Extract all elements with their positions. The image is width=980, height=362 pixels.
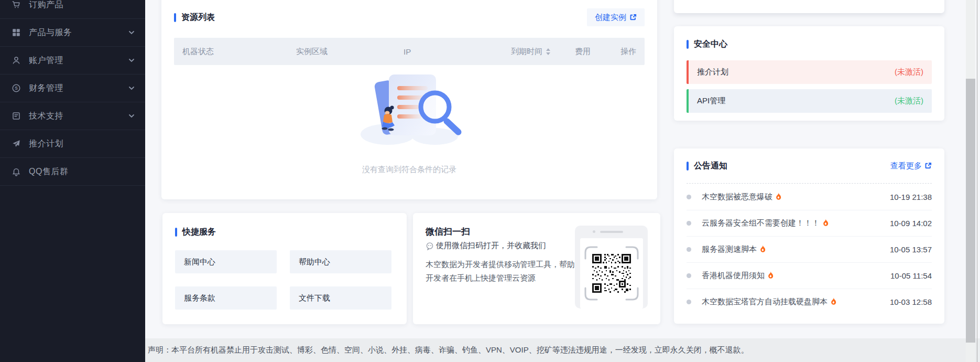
main-content: 资源列表 创建实例 机器状态 实例区域 IP 到期时间 费用 操作 — [145, 0, 980, 362]
resource-list-title-text: 资源列表 — [181, 12, 215, 23]
sidebar-item-label: 账户管理 — [29, 55, 63, 66]
column-ip: IP — [404, 47, 511, 56]
external-link-icon — [924, 162, 932, 169]
view-more-link[interactable]: 查看更多 — [890, 161, 932, 171]
wechat-card: 微信扫一扫 使用微信扫码打开，并收藏我们 木空数据为开发者提供移动管理工具，帮助… — [413, 213, 660, 324]
svg-text:S: S — [15, 86, 18, 91]
quick-service-downloads-button[interactable]: 文件下载 — [290, 286, 391, 310]
announcement-title: 服务器测速脚本 — [702, 244, 757, 254]
sidebar-item-products-services[interactable]: 产品与服务 — [0, 19, 145, 47]
send-icon — [12, 139, 21, 148]
security-item-label: API管理 — [697, 96, 725, 106]
sidebar-item-account[interactable]: 账户管理 — [0, 47, 145, 74]
announcement-title: 木空数据宝塔官方自动挂载硬盘脚本 — [702, 297, 827, 307]
bullet-dot-icon — [687, 273, 691, 278]
quick-service-help-button[interactable]: 帮助中心 — [290, 250, 391, 273]
bell-icon — [12, 167, 21, 176]
sidebar-item-label: 财务管理 — [29, 83, 63, 94]
status-badge: (未激活) — [895, 96, 923, 106]
announcement-title: 云服务器安全组不需要创建！！！ — [702, 218, 820, 228]
security-center-title-text: 安全中心 — [694, 39, 727, 50]
sidebar-item-order-product[interactable]: 订购产品 — [0, 0, 145, 19]
create-instance-label: 创建实例 — [595, 13, 626, 23]
flame-icon — [829, 297, 838, 306]
security-center-title: 安全中心 — [687, 39, 932, 50]
scrollbar-thumb[interactable] — [966, 79, 975, 343]
flame-icon — [766, 271, 775, 280]
cart-icon — [12, 0, 21, 9]
empty-state-text: 没有查询到符合条件的记录 — [362, 165, 456, 175]
announcements-title-text: 公告通知 — [694, 161, 727, 172]
phone-camera-dot — [593, 230, 595, 233]
disclaimer-footer: 声明：本平台所有机器禁止用于攻击测试、博彩、色情、空间、小说、外挂、病毒、诈骗、… — [145, 338, 980, 362]
quick-services-title: 快捷服务 — [175, 227, 394, 238]
column-expire-time: 到期时间 — [511, 47, 575, 57]
sidebar-item-qq-group[interactable]: QQ售后群 — [0, 158, 145, 186]
sidebar-item-label: 产品与服务 — [29, 27, 72, 38]
chevron-down-icon — [128, 29, 135, 36]
wechat-subtitle: 使用微信扫码打开，并收藏我们 — [436, 241, 546, 251]
announcement-date: 10-09 14:02 — [890, 219, 932, 228]
sidebar-item-referral[interactable]: 推介计划 — [0, 130, 145, 158]
announcement-row[interactable]: 服务器测速脚本 10-05 13:57 — [687, 236, 932, 262]
user-icon — [12, 56, 21, 65]
announcement-title: 木空数据被恶意爆破 — [702, 192, 772, 202]
announcement-row[interactable]: 香港机器使用须知 10-05 11:54 — [687, 262, 932, 289]
title-accent-bar — [174, 13, 176, 22]
announcement-row[interactable]: 木空数据被恶意爆破 10-19 21:38 — [687, 184, 932, 210]
flame-icon — [758, 244, 767, 253]
scrollbar[interactable] — [966, 0, 975, 362]
security-item-label: 推介计划 — [697, 67, 728, 77]
status-badge: (未激活) — [895, 67, 923, 77]
sidebar-item-finance[interactable]: S 财务管理 — [0, 74, 145, 102]
chevron-down-icon — [128, 113, 135, 119]
title-accent-bar — [175, 228, 177, 237]
quick-service-news-button[interactable]: 新闻中心 — [175, 250, 277, 273]
bullet-dot-icon — [687, 247, 691, 252]
announcement-date: 10-19 21:38 — [890, 193, 932, 201]
view-more-label: 查看更多 — [890, 161, 922, 171]
phone-illustration — [575, 226, 648, 308]
announcement-row[interactable]: 云服务器安全组不需要创建！！！ 10-09 14:02 — [687, 210, 932, 236]
sidebar-item-support[interactable]: 技术支持 — [0, 102, 145, 130]
security-center-card: 安全中心 推介计划 (未激活) API管理 (未激活) — [674, 26, 944, 121]
column-expire-time-label: 到期时间 — [511, 47, 542, 57]
column-machine-status: 机器状态 — [182, 47, 296, 57]
qr-viewfinder-brackets — [584, 246, 639, 301]
announcement-title: 香港机器使用须知 — [702, 271, 765, 281]
announcement-date: 10-05 11:54 — [890, 271, 932, 280]
sidebar-item-label: 订购产品 — [29, 0, 63, 10]
window-edge-line — [977, 0, 977, 362]
title-accent-bar — [687, 40, 689, 49]
document-icon — [12, 111, 21, 121]
announcement-date: 10-05 13:57 — [890, 245, 932, 254]
column-actions: 操作 — [620, 47, 636, 57]
announcement-row[interactable]: 木空数据宝塔官方自动挂载硬盘脚本 10-03 12:58 — [687, 289, 932, 315]
wechat-description: 木空数据为开发者提供移动管理工具，帮助开发者在手机上快捷管理云资源 — [426, 258, 575, 285]
resource-table-header: 机器状态 实例区域 IP 到期时间 费用 操作 — [174, 38, 645, 65]
quick-service-terms-button[interactable]: 服务条款 — [175, 286, 277, 310]
app-root: 订购产品 产品与服务 账户管理 — [0, 0, 980, 362]
chat-smiley-icon — [426, 242, 434, 250]
sidebar-item-label: 技术支持 — [29, 111, 63, 122]
create-instance-button[interactable]: 创建实例 — [587, 8, 645, 26]
chevron-down-icon — [128, 85, 135, 91]
security-item-api[interactable]: API管理 (未激活) — [687, 89, 932, 113]
flame-icon — [774, 192, 783, 201]
announcements-card: 公告通知 查看更多 木空数据被恶意爆破 10-19 21:38 云服务器安全组不… — [674, 148, 944, 324]
partial-card-top — [674, 0, 944, 13]
flame-icon — [821, 218, 830, 227]
grid-icon — [12, 28, 21, 37]
column-instance-region: 实例区域 — [296, 47, 404, 57]
bullet-dot-icon — [687, 221, 691, 226]
column-cost: 费用 — [575, 47, 620, 57]
sort-caret-icon[interactable] — [546, 48, 550, 55]
phone-speaker — [600, 231, 623, 233]
quick-services-title-text: 快捷服务 — [182, 227, 216, 238]
external-link-icon — [629, 14, 637, 21]
resource-list-title: 资源列表 — [174, 12, 215, 23]
bullet-dot-icon — [687, 300, 691, 304]
sidebar-item-label: 推介计划 — [29, 139, 63, 150]
security-item-referral[interactable]: 推介计划 (未激活) — [687, 60, 932, 84]
phone-screen — [580, 238, 643, 308]
